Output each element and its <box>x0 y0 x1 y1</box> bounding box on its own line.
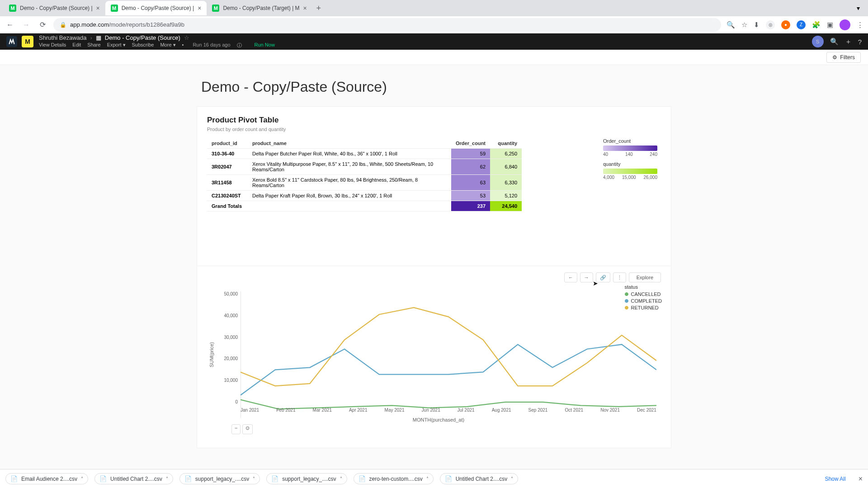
download-item[interactable]: 📄Email Audience 2....csv˄ <box>5 473 88 484</box>
menu-export[interactable]: Export ▾ <box>107 42 126 49</box>
cell-order-count: 237 <box>451 201 490 211</box>
download-item[interactable]: 📄zero-ten-custom....csv˄ <box>354 473 434 484</box>
chart-area[interactable]: SUM(price) 50,00040,00030,00020,00010,00… <box>207 287 661 422</box>
extensions-icon[interactable]: 🧩 <box>812 21 821 29</box>
col-header[interactable]: product_id <box>207 138 248 149</box>
menu-subscribe[interactable]: Subscribe <box>132 42 154 49</box>
reload-button[interactable]: ⟳ <box>37 19 48 30</box>
extension-icon[interactable]: ● <box>781 20 790 29</box>
x-tick: Nov 2021 <box>600 408 620 413</box>
cell-name: Delta Paper Kraft Paper Roll, Brown, 30 … <box>248 191 451 201</box>
zoom-reset-button[interactable]: ⊙ <box>242 424 253 434</box>
table-row[interactable]: C2130240STDelta Paper Kraft Paper Roll, … <box>207 191 522 201</box>
star-icon[interactable]: ☆ <box>184 34 189 41</box>
menu-icon[interactable]: ⋮ <box>857 21 863 29</box>
browser-tab[interactable]: M Demo - Copy/Paste (Target) | M × <box>207 1 312 15</box>
link-button[interactable]: 🔗 <box>596 272 610 282</box>
tab-close-icon[interactable]: × <box>198 5 201 12</box>
cell-id: 310-36-40 <box>207 149 248 159</box>
add-icon[interactable]: ＋ <box>845 38 852 46</box>
app-header: M Shruthi Bezawada › ▦ Demo - Copy/Paste… <box>0 33 868 50</box>
chevron-up-icon[interactable]: ˄ <box>253 476 255 481</box>
y-tick: 40,000 <box>216 313 238 318</box>
col-header[interactable]: Order_count <box>451 138 490 149</box>
chart-series-line[interactable] <box>241 344 656 395</box>
chevron-up-icon[interactable]: ˄ <box>426 476 429 481</box>
zoom-out-button[interactable]: − <box>231 424 241 434</box>
more-options-button[interactable]: ⋮ <box>613 272 626 282</box>
download-item[interactable]: 📄Untitled Chart 2....csv˄ <box>94 473 173 484</box>
legend-title: status <box>625 284 662 290</box>
extension-icon[interactable]: Z <box>797 20 806 29</box>
filters-button[interactable]: ⚙ Filters <box>826 52 861 63</box>
app-logo-icon[interactable] <box>6 36 17 47</box>
bookmark-icon[interactable]: ☆ <box>741 21 747 29</box>
table-row[interactable]: 3R11458Xerox Bold 8.5" x 11" Cardstock P… <box>207 175 522 191</box>
pivot-subtitle: Product by order count and quantity <box>207 127 661 132</box>
show-all-button[interactable]: Show All <box>825 476 846 482</box>
undo-button[interactable]: ← <box>564 272 577 282</box>
x-tick: Jan 2021 <box>241 408 259 413</box>
close-downloads-icon[interactable]: × <box>859 475 863 483</box>
url-text: app.mode.com/mode/reports/b1286eaf9a9b <box>70 21 184 28</box>
new-tab-button[interactable]: + <box>312 2 325 14</box>
download-filename: support_legacy_....csv <box>195 476 249 482</box>
x-tick: May 2021 <box>385 408 405 413</box>
chevron-up-icon[interactable]: ˄ <box>81 476 83 481</box>
breadcrumb-user[interactable]: Shruthi Bezawada <box>39 34 87 41</box>
report-icon: ▦ <box>96 34 101 41</box>
y-axis-label: SUM(price) <box>207 342 216 367</box>
col-header[interactable]: quantity <box>490 138 522 149</box>
download-filename: support_legacy_....csv <box>282 476 336 482</box>
panel-icon[interactable]: ▣ <box>827 21 833 29</box>
download-item[interactable]: 📄support_legacy_....csv˄ <box>266 473 347 484</box>
legend-dot-icon <box>625 292 628 296</box>
search-icon[interactable]: 🔍 <box>830 38 839 46</box>
run-now-button[interactable]: Run Now <box>255 42 275 49</box>
legend-dot-icon <box>625 306 628 310</box>
download-item[interactable]: 📄support_legacy_....csv˄ <box>179 473 260 484</box>
legend-item[interactable]: RETURNED <box>625 305 662 310</box>
download-icon[interactable]: ⬇ <box>754 21 760 29</box>
chart-plot[interactable] <box>241 291 656 418</box>
legend-item[interactable]: CANCELLED <box>625 291 662 297</box>
legend-text: COMPLETED <box>631 298 662 304</box>
tab-overflow-icon[interactable]: ▾ <box>852 2 864 14</box>
breadcrumb: Shruthi Bezawada › ▦ Demo - Copy/Paste (… <box>39 34 275 49</box>
legend-item[interactable]: COMPLETED <box>625 298 662 304</box>
table-row[interactable]: 310-36-40Delta Paper Butcher Paper Roll,… <box>207 149 522 159</box>
cell-order-count: 53 <box>451 191 490 201</box>
info-icon[interactable]: ⓘ <box>237 42 242 49</box>
menu-view-details[interactable]: View Details <box>39 42 66 49</box>
menu-more[interactable]: More ▾ <box>160 42 175 49</box>
forward-button[interactable]: → <box>21 19 32 30</box>
chevron-up-icon[interactable]: ˄ <box>166 476 168 481</box>
table-row[interactable]: 3R02047Xerox Vitality Multipurpose Paper… <box>207 159 522 175</box>
workspace-badge[interactable]: M <box>22 36 33 47</box>
chevron-up-icon[interactable]: ˄ <box>340 476 342 481</box>
download-item[interactable]: 📄Untitled Chart 2....csv˄ <box>440 473 519 484</box>
extension-icon[interactable]: ◎ <box>766 20 775 29</box>
report-name[interactable]: Demo - Copy/Paste (Source) <box>105 34 180 41</box>
menu-share[interactable]: Share <box>87 42 100 49</box>
legend-tick: 240 <box>650 152 657 157</box>
help-icon[interactable]: ? <box>858 38 862 46</box>
profile-avatar[interactable] <box>840 19 850 30</box>
user-avatar[interactable]: S <box>812 36 824 47</box>
browser-tab[interactable]: M Demo - Copy/Paste (Source) | × <box>105 1 207 15</box>
browser-tab[interactable]: M Demo - Copy/Paste (Source) | × <box>4 1 105 15</box>
tab-close-icon[interactable]: × <box>303 5 307 12</box>
pivot-title: Product Pivot Table <box>207 116 661 125</box>
col-header[interactable]: product_name <box>248 138 451 149</box>
x-tick: Feb 2021 <box>276 408 295 413</box>
tab-close-icon[interactable]: × <box>96 5 100 12</box>
back-button[interactable]: ← <box>5 19 15 30</box>
zoom-icon[interactable]: 🔍 <box>726 21 735 29</box>
redo-button[interactable]: → <box>580 272 593 282</box>
menu-edit[interactable]: Edit <box>72 42 81 49</box>
chevron-up-icon[interactable]: ˄ <box>511 476 513 481</box>
filters-label: Filters <box>840 54 855 61</box>
report-title: Demo - Copy/Paste (Source) <box>197 79 671 95</box>
address-bar[interactable]: 🔒 app.mode.com/mode/reports/b1286eaf9a9b <box>53 18 721 32</box>
explore-button[interactable]: Explore <box>629 272 661 282</box>
